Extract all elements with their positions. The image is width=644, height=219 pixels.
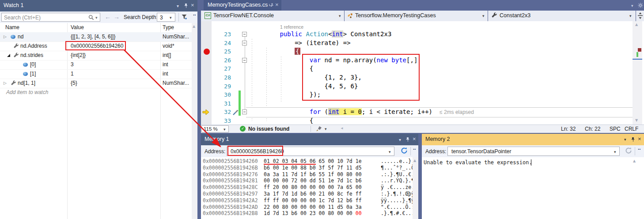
issues-status[interactable]: No issues found [248,126,289,132]
watch-row-name: nd.Address [20,43,47,49]
zoom-select[interactable]: 115 % ▾ [201,125,229,132]
toolbar-overflow-icon[interactable]: .. [193,11,196,17]
watch-row-value[interactable]: 3 [71,61,74,68]
split-window-icon[interactable] [637,12,643,20]
code-line[interactable]: => (iterate) => [250,39,351,48]
code-token: new [377,57,388,64]
close-icon[interactable]: × [413,136,416,142]
address-chevron-icon[interactable]: ▾ [614,150,616,154]
address-chevron-icon[interactable]: ▾ [389,150,391,154]
pin-icon[interactable] [405,137,410,143]
scroll-down-icon[interactable]: ▼ [635,118,638,122]
watch-row[interactable]: ▷nd[1, 1]{5}NumShar... [0,79,192,88]
code-line[interactable]: for (int i = 0; i < iterate; i++) [250,108,432,117]
code-token: ; i < iterate; i++) [362,108,432,115]
watch-row[interactable]: nd.strides{int[2]}int[] [0,51,192,60]
expander-expanded-icon[interactable] [7,54,10,57]
member-chevron-icon[interactable]: ▾ [629,14,632,18]
memory1-scrollbar[interactable]: ▲ [413,157,418,219]
watch-panel: Watch 1 ▾ × Search (Ctrl+E) ▾ ← → Search… [0,0,197,219]
watch-row-value[interactable]: {5} [71,80,77,86]
code-token: byte [391,57,406,64]
code-line[interactable]: { [250,64,313,73]
watch-row-value[interactable]: {[[1, 2, 3], [4, 5, 6]]} [71,34,115,40]
code-token: i = 0 [339,108,362,115]
expander-collapsed-icon[interactable]: ▷ [4,81,7,85]
tab-pin-icon[interactable] [269,3,273,9]
watch-row-name: nd[1, 1] [18,80,35,86]
text-caret [531,159,531,166]
watch-row-type: void* [163,43,174,49]
code-line[interactable]: {4, 5, 6} [250,82,358,91]
window-menu-chevron-icon[interactable]: ▾ [399,137,401,142]
memory-row-bytes: 22 00 80 00 00 00 00 11 d5 0a 3a [264,204,362,211]
add-item-to-watch[interactable]: Add item to watch [6,89,48,95]
format-brush-icon[interactable] [316,126,322,133]
fold-collapse-box[interactable] [242,32,247,37]
expander-collapsed-icon[interactable]: ▷ [4,35,7,39]
memory1-address-input[interactable]: 0x000002556B194260 ▾ [227,147,394,156]
code-line[interactable]: {1, 2, 3}, [250,73,362,82]
fold-collapse-box[interactable] [242,41,247,45]
watch-row-value[interactable]: 1 [71,71,74,77]
memory-row-bytes: 1d 7d 13 b6 00 23 00 80 00 00 00 [264,210,362,217]
scroll-up-icon[interactable]: ▲ [193,24,195,28]
code-token: { [295,48,300,55]
scroll-left-icon[interactable]: ◄ [340,126,344,130]
edit-screwdriver-icon [233,109,239,117]
code-line[interactable]: }); [250,91,321,99]
watch-scrollbar[interactable]: ▲ [192,23,197,219]
watch-row-value[interactable]: 0x000002556b194260 [71,43,123,49]
pin-icon[interactable] [631,137,635,143]
value-sphere-icon [23,63,28,67]
watch-row[interactable]: [0]3int [0,60,192,70]
code-lines-container: 23 public Action<int> Constant2x324 => (… [201,21,644,125]
toolbar-overflow-icon[interactable]: .. [638,145,641,151]
breakpoint-icon[interactable] [204,49,210,55]
editor-menu-chevron-icon[interactable]: ▾ [631,4,633,8]
editor-tab[interactable]: MemoryTestingCases.cs × [204,0,281,11]
scroll-up-icon[interactable]: ▲ [413,159,416,162]
window-menu-chevron-icon[interactable]: ▾ [624,137,626,142]
code-line[interactable]: { [250,47,300,56]
memory1-hex-dump[interactable]: 0x000002556B19426001 02 03 04 05 06 65 0… [201,157,413,219]
close-icon[interactable]: × [638,136,641,142]
brush-chevron-icon[interactable]: ▾ [325,127,327,131]
code-line[interactable]: public Action<int> Constant2x3 [250,30,391,39]
memory1-address-toolbar: Address: 0x000002556B194260 ▾ .. [201,145,418,157]
memory1-title-bar[interactable]: Memory 1 ▾ × [201,134,418,145]
type-chevron-icon[interactable]: ▾ [482,14,485,18]
memory2-title-bar[interactable]: Memory 2 ▾ × [422,134,644,145]
gear-icon[interactable] [638,3,643,9]
watch-row-value[interactable]: {int[2]} [71,52,86,58]
memory-row-address: 0x000002556B194281 [203,177,258,184]
health-check-icon[interactable]: ✓ [240,126,246,132]
line-number: 33 [212,117,231,124]
memory2-title: Memory 2 [425,136,450,142]
refresh-icon[interactable] [401,147,408,155]
memory2-panel: Memory 2 ▾ × Address: tensor.TensorDataP… [422,134,644,219]
project-chevron-icon[interactable]: ▾ [339,14,341,18]
scroll-up-icon[interactable]: ▲ [635,23,638,26]
toolbar-overflow-icon[interactable]: .. [413,145,416,151]
tab-title: MemoryTestingCases.cs [208,2,268,8]
code-line[interactable]: { [250,117,313,125]
code-token: ( [321,108,328,115]
fold-collapse-box[interactable] [242,58,247,63]
memory2-address-input[interactable]: tensor.TensorDataPointer ▾ [447,147,620,156]
watch-row[interactable]: nd.Address0x000002556b194260void* [0,42,192,51]
project-dropdown[interactable]: C# TensorFlowNET.Console ▾ [201,11,344,21]
code-line[interactable]: var nd = np.array(new byte[,] [250,56,417,65]
memory2-content[interactable]: Unable to evaluate the expression. ▲ [422,157,637,219]
editor-scrollbar[interactable]: ▲ ▼ [633,21,642,125]
scroll-up-icon[interactable]: ▲ [633,159,636,163]
watch-row[interactable]: [1]1int [0,69,192,79]
fold-collapse-box[interactable] [242,110,247,114]
code-area[interactable]: 1 reference 23 public Action<int> Consta… [201,21,644,125]
watch-row[interactable]: ▷nd{[[1, 2, 3], [4, 5, 6]]}NumShar... [0,32,192,42]
method-wrench-icon [491,12,497,20]
tab-close-icon[interactable]: × [275,1,279,8]
member-dropdown[interactable]: Constant2x3 ▾ [488,11,635,21]
type-dropdown[interactable]: Tensorflow.MemoryTestingCases ▾ [345,11,488,21]
zoom-chevron-icon[interactable]: ▾ [224,127,226,132]
